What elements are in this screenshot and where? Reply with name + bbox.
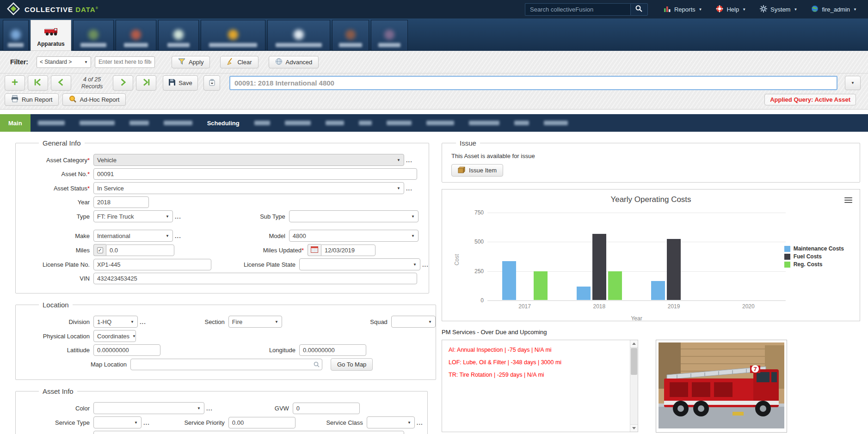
asset-info-legend: Asset Info — [39, 387, 77, 395]
asset-status-lookup-button[interactable] — [406, 185, 412, 192]
record-tab-blurred[interactable] — [31, 114, 72, 132]
filter-text-input[interactable] — [95, 56, 155, 68]
model-dropdown[interactable]: 4800 — [289, 230, 419, 242]
filter-preset-dropdown[interactable]: < Standard > — [37, 56, 91, 68]
gvw-input[interactable] — [293, 403, 360, 414]
search-button[interactable] — [630, 3, 648, 16]
make-lookup-button[interactable] — [175, 232, 181, 239]
module-tab-apparatus[interactable]: Apparatus — [31, 20, 71, 51]
clear-filter-button[interactable]: Clear — [220, 56, 258, 68]
record-tab-blurred[interactable] — [247, 114, 277, 132]
scrollbar[interactable] — [630, 340, 638, 432]
menu-help[interactable]: Help▼ — [716, 5, 746, 14]
service-type-dropdown[interactable] — [93, 416, 142, 428]
module-tab-blurred[interactable] — [73, 20, 114, 51]
module-tab-blurred[interactable] — [371, 20, 408, 51]
asset-no-input[interactable] — [93, 168, 417, 180]
type-dropdown[interactable]: FT: Fire Truck — [93, 210, 173, 222]
module-tab-blurred[interactable] — [332, 20, 369, 51]
chevron-down-icon — [407, 421, 411, 425]
license-plate-state-lookup-button[interactable] — [422, 261, 429, 268]
record-tab-blurred[interactable] — [318, 114, 351, 132]
asset-category-lookup-button[interactable] — [406, 157, 412, 164]
module-tab-blurred[interactable] — [201, 20, 265, 51]
license-plate-no-input[interactable] — [93, 259, 211, 270]
tab-main[interactable]: Main — [0, 114, 31, 132]
menu-reports[interactable]: Reports▼ — [664, 5, 702, 13]
record-tab-blurred[interactable] — [379, 114, 419, 132]
longitude-input[interactable] — [299, 344, 366, 356]
asset-category-dropdown[interactable]: Vehicle — [93, 154, 404, 166]
next-record-button[interactable] — [113, 75, 133, 91]
squad-dropdown[interactable] — [391, 316, 436, 328]
first-record-button[interactable] — [28, 75, 48, 91]
division-lookup-button[interactable] — [140, 318, 146, 325]
chart-menu-icon[interactable] — [844, 196, 852, 204]
chevron-down-icon — [134, 421, 138, 425]
record-tab-blurred[interactable] — [419, 114, 462, 132]
module-tab-blurred[interactable] — [3, 20, 29, 51]
service-class-dropdown[interactable] — [367, 416, 415, 428]
asset-status-dropdown[interactable]: In Service — [93, 182, 404, 194]
latitude-input[interactable] — [93, 344, 160, 356]
add-record-button[interactable]: + — [5, 75, 25, 91]
year-input[interactable] — [93, 196, 149, 208]
menu-system[interactable]: System▼ — [760, 5, 797, 14]
map-location-input[interactable] — [130, 359, 322, 370]
gear-icon — [760, 5, 767, 14]
type-lookup-button[interactable] — [175, 213, 181, 220]
record-tab-blurred[interactable] — [507, 114, 536, 132]
issue-item-button[interactable]: Issue Item — [451, 164, 503, 177]
module-tab-blurred[interactable] — [116, 20, 156, 51]
module-tab-blurred[interactable] — [158, 20, 199, 51]
advanced-filter-button[interactable]: Advanced — [269, 56, 319, 68]
division-dropdown[interactable]: 1-HQ — [93, 316, 138, 328]
last-record-button[interactable] — [136, 75, 156, 91]
make-dropdown[interactable]: International — [93, 230, 173, 242]
fire-truck-photo: 7 — [656, 340, 787, 433]
calendar-icon — [311, 246, 318, 254]
go-to-map-button[interactable]: Go To Map — [331, 358, 373, 371]
record-tab-blurred[interactable] — [277, 114, 318, 132]
record-tab-blurred[interactable] — [156, 114, 200, 132]
physical-location-dropdown[interactable]: Coordinates — [93, 330, 136, 342]
miles-input[interactable] — [106, 245, 174, 256]
menu-user[interactable]: fire_admin▼ — [811, 5, 857, 14]
adhoc-report-button[interactable]: Ad-Hoc Report — [62, 93, 126, 106]
service-type-lookup-button[interactable] — [143, 419, 150, 426]
active-season-dropdown[interactable] — [93, 431, 404, 434]
map-search-icon[interactable] — [314, 361, 320, 369]
subtype-dropdown[interactable] — [289, 210, 419, 222]
module-tab-blurred[interactable] — [267, 20, 330, 51]
record-tab-blurred[interactable] — [72, 114, 122, 132]
miles-updated-input[interactable] — [321, 245, 376, 256]
run-report-button[interactable]: Run Report — [5, 93, 59, 106]
prev-record-button[interactable] — [51, 75, 71, 91]
module-tab-bar: Apparatus — [0, 18, 868, 51]
color-lookup-button[interactable] — [206, 405, 213, 412]
miles-checkbox[interactable]: ✓ — [97, 247, 103, 253]
tab-scheduling[interactable]: Scheduling — [200, 114, 247, 132]
record-tab-blurred[interactable] — [462, 114, 507, 132]
scroll-up-button[interactable] — [630, 340, 638, 348]
broom-icon — [227, 58, 234, 67]
save-button[interactable]: Save — [163, 75, 198, 91]
chevron-down-icon — [275, 320, 278, 324]
vin-input[interactable] — [93, 273, 417, 284]
record-title-input[interactable] — [229, 76, 837, 90]
color-dropdown[interactable] — [93, 402, 204, 414]
search-input[interactable] — [525, 3, 630, 16]
scroll-down-button[interactable] — [630, 424, 638, 432]
record-tab-blurred[interactable] — [122, 114, 156, 132]
record-tab-blurred[interactable] — [351, 114, 379, 132]
record-tab-blurred[interactable] — [536, 114, 575, 132]
save-options-button[interactable] — [203, 75, 220, 91]
service-class-lookup-button[interactable] — [417, 419, 423, 426]
record-title-dropdown-button[interactable] — [845, 76, 861, 90]
license-plate-state-dropdown[interactable] — [299, 258, 420, 270]
service-priority-input[interactable] — [228, 417, 295, 428]
calendar-icon-button[interactable] — [308, 244, 321, 256]
section-dropdown[interactable]: Fire — [228, 316, 282, 328]
apply-filter-button[interactable]: Apply — [172, 56, 210, 68]
scrollbar-thumb[interactable] — [631, 348, 637, 375]
